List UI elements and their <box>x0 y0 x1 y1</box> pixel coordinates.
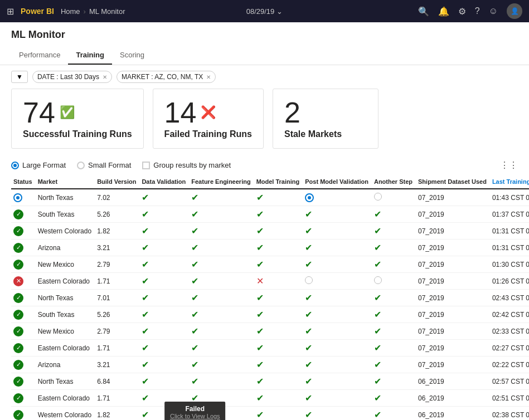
check-icon: ✔ <box>256 326 264 336</box>
cell-ts: 02:22 CST 08-12-2019 <box>490 356 529 373</box>
check-icon: ✔ <box>374 310 381 319</box>
table-row: ✓ North Texas 7.01 ✔ ✔ ✔ ✔ ✔ 07_2019 02:… <box>11 290 529 306</box>
date-filter-label: DATE : Last 30 Days <box>37 73 99 81</box>
tab-scoring[interactable]: Scoring <box>112 46 152 65</box>
cell-fe: ✔ <box>189 340 254 356</box>
col-feature-engineering[interactable]: Feature Engineering <box>189 175 254 189</box>
cell-pmv: ✔ <box>303 306 372 323</box>
table-row: ✓ North Texas 6.84 ✔ ✔ ✔ ✔ ✔ 06_2019 02:… <box>11 373 529 390</box>
check-icon: ✔ <box>191 343 198 353</box>
empty-circle-icon <box>305 276 313 284</box>
check-icon: ✔ <box>191 293 198 302</box>
check-icon: ✔ <box>256 293 264 302</box>
cell-build: 1.71 <box>95 340 139 356</box>
check-icon: ✔ <box>374 393 381 403</box>
cell-dv: ✔ <box>139 356 189 373</box>
help-icon[interactable]: ? <box>475 6 480 16</box>
cell-status: ✓ <box>11 240 36 256</box>
filter-funnel-button[interactable]: ▼ <box>11 71 28 83</box>
small-format-radio[interactable]: Small Format <box>77 161 131 169</box>
col-data-validation[interactable]: Data Validation <box>139 175 189 189</box>
market-filter-chip[interactable]: MARKET : AZ, CO, NM, TX ✕ <box>117 71 216 83</box>
large-format-radio[interactable]: Large Format <box>11 161 66 169</box>
check-icon: ✔ <box>305 377 312 386</box>
cell-dataset: 06_2019 <box>416 373 490 390</box>
check-icon: ✔ <box>142 243 149 252</box>
search-icon[interactable]: 🔍 <box>418 6 429 17</box>
cell-dv: ✔ <box>139 189 189 206</box>
cell-ts: 01:37 CST 08-19-2019 <box>490 206 529 223</box>
breadcrumb-home[interactable]: Home <box>61 7 80 16</box>
check-icon: ✔ <box>374 326 381 336</box>
col-another-step[interactable]: Another Step <box>372 175 416 189</box>
col-model-training[interactable]: Model Training <box>254 175 303 189</box>
market-filter-remove-icon[interactable]: ✕ <box>206 74 211 80</box>
cell-pmv: ✔ <box>303 240 372 256</box>
avatar[interactable]: 👤 <box>507 3 522 19</box>
progress-icon <box>305 193 314 202</box>
group-by-market-checkbox[interactable]: Group results by market <box>142 161 231 169</box>
settings-icon[interactable]: ⚙ <box>458 6 466 17</box>
table-row: ✓ New Mexico 2.79 ✔ ✔ ✔ ✔ ✔ 07_2019 01:3… <box>11 256 529 273</box>
col-shipment[interactable]: Shipment Dataset Used <box>416 175 490 189</box>
col-build[interactable]: Build Version <box>95 175 139 189</box>
check-icon: ✔ <box>142 209 149 219</box>
cell-dataset: 07_2019 <box>416 340 490 356</box>
cell-dataset: 07_2019 <box>416 256 490 273</box>
check-icon: ✔ <box>256 343 264 353</box>
check-icon: ✔ <box>305 260 312 269</box>
group-by-market-box[interactable] <box>142 162 150 169</box>
cell-dataset: 07_2019 <box>416 206 490 223</box>
bell-icon[interactable]: 🔔 <box>438 6 449 17</box>
cell-status: ✓ <box>11 323 36 340</box>
cell-market: New Mexico <box>36 323 95 340</box>
cell-ts: 02:43 CST 08-12-2019 <box>490 290 529 306</box>
col-market[interactable]: Market <box>36 175 95 189</box>
tab-performance[interactable]: Performance <box>11 46 68 65</box>
check-icon: ✔ <box>374 377 381 386</box>
date-chevron-icon[interactable]: ⌄ <box>276 7 283 16</box>
date-filter-remove-icon[interactable]: ✕ <box>103 74 107 80</box>
check-icon: ✔ <box>256 193 264 202</box>
funnel-icon: ▼ <box>16 73 23 81</box>
check-icon: ✔ <box>142 377 149 386</box>
check-icon: ✔ <box>142 393 149 403</box>
cell-dataset: 07_2019 <box>416 189 490 206</box>
cell-pmv: ✔ <box>303 407 372 421</box>
cell-fe: ✔ <box>189 189 254 206</box>
breadcrumb-sep: › <box>84 7 86 16</box>
col-status[interactable]: Status <box>11 175 36 189</box>
cell-dataset: 06_2019 <box>416 407 490 421</box>
check-icon: ✔ <box>305 410 312 419</box>
feedback-icon[interactable]: ☺ <box>489 6 498 16</box>
cell-as: ✔ <box>372 323 416 340</box>
cell-ts: 01:31 CST 08-19-2019 <box>490 223 529 240</box>
check-icon: ✔ <box>374 209 381 219</box>
col-last-training[interactable]: Last Training Attempt At ↓ <box>490 175 529 189</box>
check-icon: ✔ <box>305 243 312 252</box>
table-options-right: ⋮⋮ <box>500 160 518 170</box>
status-success-icon: ✓ <box>13 343 23 353</box>
kpi-stale-label: Stale Markets <box>284 129 367 139</box>
table-row: ✓ Western Colorado 1.82 ✔ ✔ ✔ ✔ 06_2019 … <box>11 407 529 421</box>
cell-market: Eastern Colorado <box>36 390 95 407</box>
check-icon: ✔ <box>256 243 264 252</box>
cell-dataset: 07_2019 <box>416 240 490 256</box>
tab-training[interactable]: Training <box>68 46 112 65</box>
cell-fe: ✔ <box>189 273 254 290</box>
table-row: North Texas 7.02 ✔ ✔ ✔ 07_2019 01:43 CST… <box>11 189 529 206</box>
cell-market: New Mexico <box>36 256 95 273</box>
date-filter-chip[interactable]: DATE : Last 30 Days ✕ <box>32 71 112 83</box>
col-post-model[interactable]: Post Model Validation <box>303 175 372 189</box>
cell-ts: 02:42 CST 08-12-2019 <box>490 306 529 323</box>
cell-fe: ✔ <box>189 206 254 223</box>
column-options-icon[interactable]: ⋮⋮ <box>500 160 518 170</box>
topbar-date[interactable]: 08/29/19 ⌄ <box>246 7 283 16</box>
table-body: North Texas 7.02 ✔ ✔ ✔ 07_2019 01:43 CST… <box>11 189 529 420</box>
kpi-successful: 74 ✅ Successful Training Runs <box>11 89 144 149</box>
page-header: ML Monitor <box>0 22 529 41</box>
small-format-radio-dot[interactable] <box>77 162 85 169</box>
status-fail-icon: ✕ <box>13 276 23 286</box>
empty-circle-icon <box>191 410 199 418</box>
large-format-radio-dot[interactable] <box>11 162 19 169</box>
